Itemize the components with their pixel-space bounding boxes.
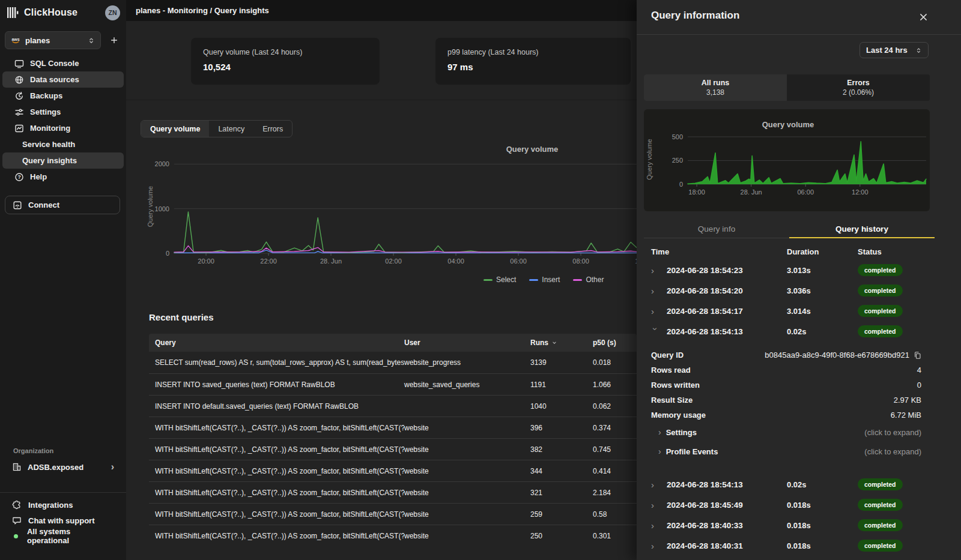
history-status-cell: completed bbox=[858, 264, 961, 276]
history-row[interactable]: ›2024-06-28 18:45:490.018scompleted bbox=[637, 495, 961, 515]
cell-user: website bbox=[404, 445, 530, 454]
svg-text:?: ? bbox=[17, 174, 20, 180]
status-badge: completed bbox=[858, 519, 903, 531]
expand-chevron-icon[interactable]: › bbox=[651, 327, 660, 336]
table-row[interactable]: WITH bitShiftLeft(CAST(?..), _CAST(?..))… bbox=[149, 417, 637, 438]
history-row[interactable]: ›2024-06-28 18:54:203.036scompleted bbox=[637, 280, 961, 301]
backups-icon bbox=[14, 91, 24, 101]
avatar[interactable]: ZN bbox=[105, 5, 120, 20]
expand-chevron-icon[interactable]: › bbox=[651, 307, 659, 316]
expand-chevron-icon[interactable]: › bbox=[651, 266, 659, 275]
history-status-cell: completed bbox=[858, 305, 961, 317]
status-badge: completed bbox=[858, 499, 903, 511]
expand-chevron-icon[interactable]: › bbox=[658, 447, 661, 456]
detail-value: 0 bbox=[917, 381, 921, 390]
sidebar-item-service-health[interactable]: Service health bbox=[2, 136, 124, 152]
table-row[interactable]: WITH bitShiftLeft(CAST(?..), _CAST(?..))… bbox=[149, 460, 637, 481]
integrations-item[interactable]: Integrations bbox=[5, 497, 121, 513]
toggle-errors[interactable]: Errors 2 (0.06%) bbox=[787, 74, 930, 101]
status-badge: completed bbox=[858, 264, 903, 276]
expand-chevron-icon[interactable]: › bbox=[658, 427, 661, 437]
tab-errors[interactable]: Errors bbox=[253, 121, 292, 137]
svg-text:22:00: 22:00 bbox=[260, 257, 277, 265]
service-selector[interactable]: aws planes bbox=[5, 31, 101, 49]
svg-text:06:00: 06:00 bbox=[510, 257, 527, 265]
history-rows-top: ›2024-06-28 18:54:233.013scompleted›2024… bbox=[637, 260, 961, 342]
sidebar-item-data-sources[interactable]: Data sources bbox=[2, 71, 124, 88]
svg-text:08:00: 08:00 bbox=[572, 257, 589, 265]
tab-query-history[interactable]: Query history bbox=[789, 221, 935, 238]
sidebar-item-backups[interactable]: Backups bbox=[2, 88, 124, 104]
expand-chevron-icon[interactable]: › bbox=[651, 480, 659, 489]
detail-label: Result Size bbox=[651, 396, 693, 405]
svg-text:18:00: 18:00 bbox=[688, 188, 705, 196]
legend-item-insert[interactable]: Insert bbox=[529, 275, 560, 284]
table-row[interactable]: INSERT INTO default.saved_queries (text)… bbox=[149, 395, 637, 417]
sidebar-item-monitoring[interactable]: Monitoring bbox=[2, 120, 124, 136]
connect-button[interactable]: Connect bbox=[5, 196, 120, 214]
detail-row-settings[interactable]: ›Settings(click to expand) bbox=[637, 423, 961, 442]
detail-label: Rows written bbox=[651, 381, 700, 390]
table-row[interactable]: SELECT sum(read_rows) AS r, sum(total_ro… bbox=[149, 352, 637, 373]
history-time: 2024-06-28 18:45:49 bbox=[667, 501, 787, 510]
table-row[interactable]: INSERT INTO saved_queries (text) FORMAT … bbox=[149, 373, 637, 395]
history-row[interactable]: ›2024-06-28 18:40:330.018scompleted bbox=[637, 515, 961, 535]
history-row[interactable]: ›2024-06-28 18:54:173.014scompleted bbox=[637, 301, 961, 321]
cell-user: website bbox=[404, 424, 530, 432]
history-header: Time Duration Status bbox=[637, 242, 961, 260]
organization-selector[interactable]: ADSB.exposed › bbox=[5, 458, 121, 476]
column-header-query: Query bbox=[155, 339, 404, 347]
chat-bubble-icon bbox=[12, 516, 22, 525]
toggle-all-runs[interactable]: All runs 3,138 bbox=[644, 74, 787, 101]
table-row[interactable]: WITH bitShiftLeft(CAST(?..), _CAST(?..))… bbox=[149, 438, 637, 460]
history-status-cell: completed bbox=[858, 285, 961, 297]
tab-query-info[interactable]: Query info bbox=[644, 221, 789, 238]
legend-label: Other bbox=[586, 275, 604, 284]
sidebar-item-query-insights[interactable]: Query insights bbox=[2, 152, 124, 169]
expand-chevron-icon[interactable]: › bbox=[651, 501, 659, 510]
system-status-item[interactable]: All systems operational bbox=[5, 528, 121, 544]
table-row[interactable]: WITH bitShiftLeft(CAST(?..), _CAST(?..))… bbox=[149, 503, 637, 525]
organization-name: ADSB.exposed bbox=[28, 463, 83, 472]
history-row[interactable]: ›2024-06-28 18:54:130.02scompleted bbox=[637, 321, 961, 342]
time-range-value: Last 24 hrs bbox=[866, 46, 911, 55]
sidebar-item-help[interactable]: ? Help bbox=[2, 169, 124, 185]
tab-latency[interactable]: Latency bbox=[209, 121, 253, 137]
history-time: 2024-06-28 18:40:31 bbox=[667, 541, 787, 550]
sidebar-item-label: Help bbox=[30, 172, 47, 181]
time-range-select[interactable]: Last 24 hrs bbox=[859, 42, 929, 58]
legend-label: Select bbox=[496, 275, 516, 284]
table-row[interactable]: WITH bitShiftLeft(CAST(?..), _CAST(?..))… bbox=[149, 481, 637, 503]
svg-text:0: 0 bbox=[679, 181, 683, 188]
legend-item-other[interactable]: Other bbox=[573, 275, 604, 284]
svg-text:500: 500 bbox=[672, 133, 683, 140]
chevron-updown-icon bbox=[915, 47, 922, 54]
detail-row-profile-events[interactable]: ›Profile Events(click to expand) bbox=[637, 442, 961, 461]
cell-p50: 0.301 bbox=[593, 532, 637, 540]
add-service-button[interactable] bbox=[107, 33, 121, 47]
sidebar-item-settings[interactable]: Settings bbox=[2, 104, 124, 120]
svg-text:Query volume: Query volume bbox=[646, 139, 653, 179]
expand-chevron-icon[interactable]: › bbox=[651, 541, 659, 550]
sidebar-item-sql-console[interactable]: SQL Console bbox=[2, 55, 124, 71]
history-row[interactable]: ›2024-06-28 18:54:233.013scompleted bbox=[637, 260, 961, 280]
column-header-runs[interactable]: Runs bbox=[530, 339, 593, 347]
legend-item-select[interactable]: Select bbox=[484, 275, 516, 284]
svg-text:2000: 2000 bbox=[155, 160, 169, 167]
section-divider bbox=[126, 100, 637, 100]
expand-chevron-icon[interactable]: › bbox=[651, 521, 659, 530]
column-header-p50: p50 (s) bbox=[593, 339, 637, 347]
history-time: 2024-06-28 18:54:13 bbox=[667, 327, 787, 336]
table-row[interactable]: WITH bitShiftLeft(CAST(?..), _CAST(?..))… bbox=[149, 525, 637, 546]
tab-query-volume[interactable]: Query volume bbox=[141, 121, 209, 137]
detail-label: Query ID bbox=[651, 351, 684, 360]
detail-row-rows-written: Rows written0 bbox=[637, 378, 961, 393]
expand-chevron-icon[interactable]: › bbox=[651, 286, 659, 295]
history-row[interactable]: ›2024-06-28 18:54:130.02scompleted bbox=[637, 474, 961, 495]
status-badge: completed bbox=[858, 325, 903, 337]
history-row[interactable]: ›2024-06-28 18:40:310.018scompleted bbox=[637, 535, 961, 556]
history-duration: 0.018s bbox=[787, 501, 858, 510]
close-icon[interactable] bbox=[918, 11, 929, 22]
chat-support-item[interactable]: Chat with support bbox=[5, 513, 121, 528]
copy-icon[interactable] bbox=[914, 351, 921, 360]
